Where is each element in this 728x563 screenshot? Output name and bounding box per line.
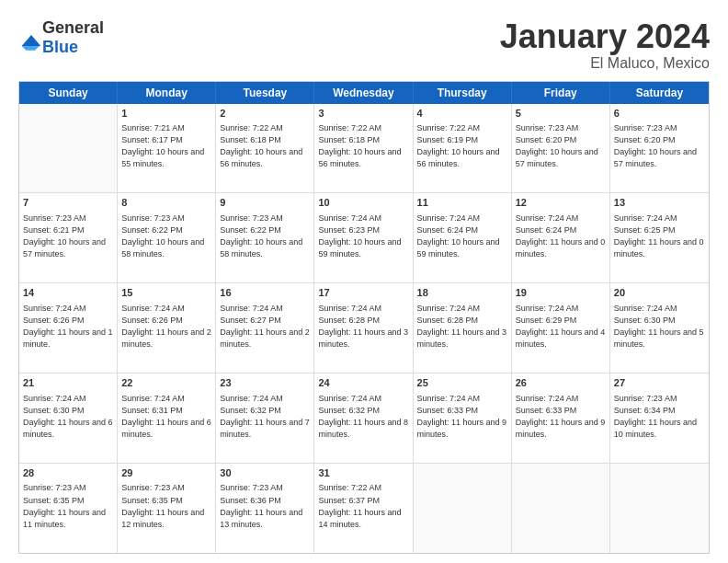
calendar-row-4: 21Sunrise: 7:24 AM Sunset: 6:30 PM Dayli… xyxy=(19,373,709,464)
day-number: 12 xyxy=(516,196,606,210)
cell-info: Sunrise: 7:24 AM Sunset: 6:28 PM Dayligh… xyxy=(318,303,408,350)
day-cell-8: 8Sunrise: 7:23 AM Sunset: 6:22 PM Daylig… xyxy=(118,193,216,282)
day-cell-10: 10Sunrise: 7:24 AM Sunset: 6:23 PM Dayli… xyxy=(314,193,413,282)
logo-icon xyxy=(20,31,42,53)
day-cell-22: 22Sunrise: 7:24 AM Sunset: 6:31 PM Dayli… xyxy=(118,373,216,463)
day-header-wednesday: Wednesday xyxy=(314,82,413,104)
day-number: 22 xyxy=(121,376,211,390)
day-cell-3: 3Sunrise: 7:22 AM Sunset: 6:18 PM Daylig… xyxy=(314,104,413,193)
svg-marker-1 xyxy=(22,46,40,51)
month-title: January 2024 xyxy=(500,18,710,55)
cell-info: Sunrise: 7:22 AM Sunset: 6:37 PM Dayligh… xyxy=(318,482,408,530)
day-cell-20: 20Sunrise: 7:24 AM Sunset: 6:30 PM Dayli… xyxy=(610,283,709,373)
svg-marker-0 xyxy=(22,35,41,46)
empty-cell xyxy=(512,464,610,553)
empty-cell xyxy=(610,464,709,553)
day-header-tuesday: Tuesday xyxy=(216,82,314,104)
cell-info: Sunrise: 7:24 AM Sunset: 6:33 PM Dayligh… xyxy=(516,393,606,441)
day-header-thursday: Thursday xyxy=(414,82,512,104)
logo: General Blue xyxy=(18,18,104,57)
day-number: 27 xyxy=(614,376,705,390)
day-cell-14: 14Sunrise: 7:24 AM Sunset: 6:26 PM Dayli… xyxy=(19,283,118,373)
day-number: 31 xyxy=(318,466,408,480)
day-cell-23: 23Sunrise: 7:24 AM Sunset: 6:32 PM Dayli… xyxy=(216,373,314,463)
day-cell-24: 24Sunrise: 7:24 AM Sunset: 6:32 PM Dayli… xyxy=(314,373,413,463)
cell-info: Sunrise: 7:24 AM Sunset: 6:26 PM Dayligh… xyxy=(23,303,113,350)
day-number: 23 xyxy=(220,376,310,390)
calendar-header: SundayMondayTuesdayWednesdayThursdayFrid… xyxy=(19,82,709,104)
day-number: 28 xyxy=(23,466,113,480)
cell-info: Sunrise: 7:24 AM Sunset: 6:31 PM Dayligh… xyxy=(121,393,211,441)
day-number: 20 xyxy=(614,286,705,300)
day-number: 5 xyxy=(516,107,606,121)
cell-info: Sunrise: 7:23 AM Sunset: 6:22 PM Dayligh… xyxy=(220,213,310,260)
day-number: 10 xyxy=(318,196,408,210)
cell-info: Sunrise: 7:24 AM Sunset: 6:23 PM Dayligh… xyxy=(318,213,408,260)
day-cell-7: 7Sunrise: 7:23 AM Sunset: 6:21 PM Daylig… xyxy=(19,193,118,282)
cell-info: Sunrise: 7:24 AM Sunset: 6:29 PM Dayligh… xyxy=(516,303,606,350)
day-number: 3 xyxy=(318,107,408,121)
day-cell-4: 4Sunrise: 7:22 AM Sunset: 6:19 PM Daylig… xyxy=(414,104,512,193)
logo-blue-text: Blue xyxy=(42,38,78,56)
day-cell-25: 25Sunrise: 7:24 AM Sunset: 6:33 PM Dayli… xyxy=(414,373,512,463)
day-cell-1: 1Sunrise: 7:21 AM Sunset: 6:17 PM Daylig… xyxy=(118,104,216,193)
day-cell-30: 30Sunrise: 7:23 AM Sunset: 6:36 PM Dayli… xyxy=(216,464,314,553)
cell-info: Sunrise: 7:22 AM Sunset: 6:18 PM Dayligh… xyxy=(220,122,310,170)
day-cell-17: 17Sunrise: 7:24 AM Sunset: 6:28 PM Dayli… xyxy=(314,283,413,373)
day-cell-19: 19Sunrise: 7:24 AM Sunset: 6:29 PM Dayli… xyxy=(512,283,610,373)
cell-info: Sunrise: 7:24 AM Sunset: 6:32 PM Dayligh… xyxy=(220,393,310,441)
day-cell-31: 31Sunrise: 7:22 AM Sunset: 6:37 PM Dayli… xyxy=(314,464,413,553)
day-number: 6 xyxy=(614,107,705,121)
cell-info: Sunrise: 7:23 AM Sunset: 6:22 PM Dayligh… xyxy=(121,213,211,260)
cell-info: Sunrise: 7:22 AM Sunset: 6:18 PM Dayligh… xyxy=(318,122,408,170)
empty-cell xyxy=(414,464,512,553)
location: El Maluco, Mexico xyxy=(500,55,710,72)
day-number: 26 xyxy=(516,376,606,390)
day-header-saturday: Saturday xyxy=(610,82,709,104)
calendar-row-5: 28Sunrise: 7:23 AM Sunset: 6:35 PM Dayli… xyxy=(19,464,709,553)
day-number: 16 xyxy=(220,286,310,300)
day-cell-9: 9Sunrise: 7:23 AM Sunset: 6:22 PM Daylig… xyxy=(216,193,314,282)
cell-info: Sunrise: 7:23 AM Sunset: 6:35 PM Dayligh… xyxy=(121,482,211,530)
day-cell-6: 6Sunrise: 7:23 AM Sunset: 6:20 PM Daylig… xyxy=(610,104,709,193)
header: General Blue January 2024 El Maluco, Mex… xyxy=(18,18,710,72)
cell-info: Sunrise: 7:24 AM Sunset: 6:30 PM Dayligh… xyxy=(23,393,113,441)
day-number: 25 xyxy=(417,376,507,390)
day-number: 18 xyxy=(417,286,507,300)
day-number: 30 xyxy=(220,466,310,480)
day-number: 13 xyxy=(614,196,705,210)
cell-info: Sunrise: 7:24 AM Sunset: 6:24 PM Dayligh… xyxy=(417,213,507,260)
cell-info: Sunrise: 7:24 AM Sunset: 6:24 PM Dayligh… xyxy=(516,213,606,260)
day-header-friday: Friday xyxy=(512,82,610,104)
day-header-monday: Monday xyxy=(118,82,216,104)
day-number: 21 xyxy=(23,376,113,390)
day-cell-18: 18Sunrise: 7:24 AM Sunset: 6:28 PM Dayli… xyxy=(414,283,512,373)
day-number: 17 xyxy=(318,286,408,300)
page: General Blue January 2024 El Maluco, Mex… xyxy=(0,0,728,563)
cell-info: Sunrise: 7:23 AM Sunset: 6:20 PM Dayligh… xyxy=(516,122,606,170)
day-cell-5: 5Sunrise: 7:23 AM Sunset: 6:20 PM Daylig… xyxy=(512,104,610,193)
day-number: 15 xyxy=(121,286,211,300)
day-cell-29: 29Sunrise: 7:23 AM Sunset: 6:35 PM Dayli… xyxy=(118,464,216,553)
cell-info: Sunrise: 7:23 AM Sunset: 6:35 PM Dayligh… xyxy=(23,482,113,530)
cell-info: Sunrise: 7:24 AM Sunset: 6:28 PM Dayligh… xyxy=(417,303,507,350)
cell-info: Sunrise: 7:23 AM Sunset: 6:20 PM Dayligh… xyxy=(614,122,705,170)
empty-cell xyxy=(19,104,118,193)
day-number: 4 xyxy=(417,107,507,121)
cell-info: Sunrise: 7:24 AM Sunset: 6:26 PM Dayligh… xyxy=(121,303,211,350)
calendar-row-3: 14Sunrise: 7:24 AM Sunset: 6:26 PM Dayli… xyxy=(19,283,709,373)
cell-info: Sunrise: 7:21 AM Sunset: 6:17 PM Dayligh… xyxy=(121,122,211,170)
day-cell-26: 26Sunrise: 7:24 AM Sunset: 6:33 PM Dayli… xyxy=(512,373,610,463)
cell-info: Sunrise: 7:23 AM Sunset: 6:34 PM Dayligh… xyxy=(614,393,705,441)
logo-general-text: General xyxy=(42,18,104,37)
day-cell-28: 28Sunrise: 7:23 AM Sunset: 6:35 PM Dayli… xyxy=(19,464,118,553)
calendar-row-2: 7Sunrise: 7:23 AM Sunset: 6:21 PM Daylig… xyxy=(19,193,709,283)
day-number: 9 xyxy=(220,196,310,210)
day-cell-12: 12Sunrise: 7:24 AM Sunset: 6:24 PM Dayli… xyxy=(512,193,610,282)
calendar-body: 1Sunrise: 7:21 AM Sunset: 6:17 PM Daylig… xyxy=(19,104,709,553)
cell-info: Sunrise: 7:24 AM Sunset: 6:25 PM Dayligh… xyxy=(614,213,705,260)
day-header-sunday: Sunday xyxy=(19,82,118,104)
calendar-row-1: 1Sunrise: 7:21 AM Sunset: 6:17 PM Daylig… xyxy=(19,104,709,194)
day-number: 29 xyxy=(121,466,211,480)
cell-info: Sunrise: 7:24 AM Sunset: 6:32 PM Dayligh… xyxy=(318,393,408,441)
